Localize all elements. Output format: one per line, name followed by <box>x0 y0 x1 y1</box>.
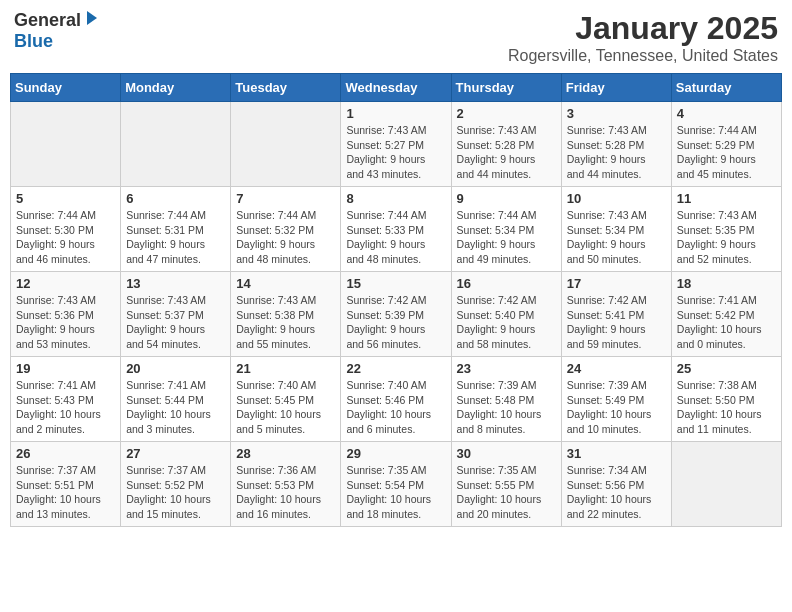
day-info: Sunrise: 7:44 AM Sunset: 5:31 PM Dayligh… <box>126 208 225 267</box>
calendar-cell: 16Sunrise: 7:42 AM Sunset: 5:40 PM Dayli… <box>451 272 561 357</box>
day-info: Sunrise: 7:35 AM Sunset: 5:55 PM Dayligh… <box>457 463 556 522</box>
day-number: 14 <box>236 276 335 291</box>
day-info: Sunrise: 7:43 AM Sunset: 5:36 PM Dayligh… <box>16 293 115 352</box>
day-number: 16 <box>457 276 556 291</box>
day-info: Sunrise: 7:40 AM Sunset: 5:45 PM Dayligh… <box>236 378 335 437</box>
calendar-cell: 8Sunrise: 7:44 AM Sunset: 5:33 PM Daylig… <box>341 187 451 272</box>
calendar-cell: 30Sunrise: 7:35 AM Sunset: 5:55 PM Dayli… <box>451 442 561 527</box>
day-number: 7 <box>236 191 335 206</box>
calendar-cell: 23Sunrise: 7:39 AM Sunset: 5:48 PM Dayli… <box>451 357 561 442</box>
day-info: Sunrise: 7:38 AM Sunset: 5:50 PM Dayligh… <box>677 378 776 437</box>
calendar-table: SundayMondayTuesdayWednesdayThursdayFrid… <box>10 73 782 527</box>
calendar-week-3: 19Sunrise: 7:41 AM Sunset: 5:43 PM Dayli… <box>11 357 782 442</box>
calendar-week-1: 5Sunrise: 7:44 AM Sunset: 5:30 PM Daylig… <box>11 187 782 272</box>
calendar-title: January 2025 <box>508 10 778 47</box>
calendar-cell: 12Sunrise: 7:43 AM Sunset: 5:36 PM Dayli… <box>11 272 121 357</box>
logo-blue-text: Blue <box>14 31 53 51</box>
logo-triangle-icon <box>83 11 99 31</box>
calendar-cell: 25Sunrise: 7:38 AM Sunset: 5:50 PM Dayli… <box>671 357 781 442</box>
calendar-subtitle: Rogersville, Tennessee, United States <box>508 47 778 65</box>
day-info: Sunrise: 7:41 AM Sunset: 5:43 PM Dayligh… <box>16 378 115 437</box>
day-info: Sunrise: 7:42 AM Sunset: 5:41 PM Dayligh… <box>567 293 666 352</box>
day-number: 17 <box>567 276 666 291</box>
day-info: Sunrise: 7:36 AM Sunset: 5:53 PM Dayligh… <box>236 463 335 522</box>
calendar-cell: 17Sunrise: 7:42 AM Sunset: 5:41 PM Dayli… <box>561 272 671 357</box>
weekday-header-row: SundayMondayTuesdayWednesdayThursdayFrid… <box>11 74 782 102</box>
day-info: Sunrise: 7:44 AM Sunset: 5:29 PM Dayligh… <box>677 123 776 182</box>
day-number: 19 <box>16 361 115 376</box>
day-number: 29 <box>346 446 445 461</box>
calendar-cell: 1Sunrise: 7:43 AM Sunset: 5:27 PM Daylig… <box>341 102 451 187</box>
weekday-header-saturday: Saturday <box>671 74 781 102</box>
day-number: 18 <box>677 276 776 291</box>
calendar-cell: 27Sunrise: 7:37 AM Sunset: 5:52 PM Dayli… <box>121 442 231 527</box>
day-number: 4 <box>677 106 776 121</box>
calendar-cell: 11Sunrise: 7:43 AM Sunset: 5:35 PM Dayli… <box>671 187 781 272</box>
day-info: Sunrise: 7:42 AM Sunset: 5:40 PM Dayligh… <box>457 293 556 352</box>
day-number: 20 <box>126 361 225 376</box>
calendar-cell: 29Sunrise: 7:35 AM Sunset: 5:54 PM Dayli… <box>341 442 451 527</box>
day-info: Sunrise: 7:43 AM Sunset: 5:35 PM Dayligh… <box>677 208 776 267</box>
calendar-cell <box>671 442 781 527</box>
day-info: Sunrise: 7:44 AM Sunset: 5:33 PM Dayligh… <box>346 208 445 267</box>
day-info: Sunrise: 7:44 AM Sunset: 5:34 PM Dayligh… <box>457 208 556 267</box>
day-info: Sunrise: 7:42 AM Sunset: 5:39 PM Dayligh… <box>346 293 445 352</box>
day-info: Sunrise: 7:43 AM Sunset: 5:28 PM Dayligh… <box>567 123 666 182</box>
weekday-header-thursday: Thursday <box>451 74 561 102</box>
day-number: 26 <box>16 446 115 461</box>
logo-general-text: General <box>14 10 81 31</box>
calendar-cell: 24Sunrise: 7:39 AM Sunset: 5:49 PM Dayli… <box>561 357 671 442</box>
day-info: Sunrise: 7:35 AM Sunset: 5:54 PM Dayligh… <box>346 463 445 522</box>
day-info: Sunrise: 7:39 AM Sunset: 5:48 PM Dayligh… <box>457 378 556 437</box>
calendar-week-4: 26Sunrise: 7:37 AM Sunset: 5:51 PM Dayli… <box>11 442 782 527</box>
day-number: 15 <box>346 276 445 291</box>
day-number: 3 <box>567 106 666 121</box>
title-area: January 2025 Rogersville, Tennessee, Uni… <box>508 10 778 65</box>
calendar-cell: 22Sunrise: 7:40 AM Sunset: 5:46 PM Dayli… <box>341 357 451 442</box>
day-number: 9 <box>457 191 556 206</box>
day-number: 2 <box>457 106 556 121</box>
calendar-week-0: 1Sunrise: 7:43 AM Sunset: 5:27 PM Daylig… <box>11 102 782 187</box>
day-number: 8 <box>346 191 445 206</box>
day-info: Sunrise: 7:43 AM Sunset: 5:27 PM Dayligh… <box>346 123 445 182</box>
calendar-week-2: 12Sunrise: 7:43 AM Sunset: 5:36 PM Dayli… <box>11 272 782 357</box>
calendar-cell: 20Sunrise: 7:41 AM Sunset: 5:44 PM Dayli… <box>121 357 231 442</box>
calendar-cell: 13Sunrise: 7:43 AM Sunset: 5:37 PM Dayli… <box>121 272 231 357</box>
calendar-cell: 9Sunrise: 7:44 AM Sunset: 5:34 PM Daylig… <box>451 187 561 272</box>
day-info: Sunrise: 7:34 AM Sunset: 5:56 PM Dayligh… <box>567 463 666 522</box>
calendar-cell: 19Sunrise: 7:41 AM Sunset: 5:43 PM Dayli… <box>11 357 121 442</box>
day-number: 12 <box>16 276 115 291</box>
day-number: 21 <box>236 361 335 376</box>
calendar-cell: 14Sunrise: 7:43 AM Sunset: 5:38 PM Dayli… <box>231 272 341 357</box>
weekday-header-tuesday: Tuesday <box>231 74 341 102</box>
day-info: Sunrise: 7:37 AM Sunset: 5:52 PM Dayligh… <box>126 463 225 522</box>
weekday-header-sunday: Sunday <box>11 74 121 102</box>
day-number: 22 <box>346 361 445 376</box>
day-number: 5 <box>16 191 115 206</box>
calendar-cell: 7Sunrise: 7:44 AM Sunset: 5:32 PM Daylig… <box>231 187 341 272</box>
calendar-cell: 26Sunrise: 7:37 AM Sunset: 5:51 PM Dayli… <box>11 442 121 527</box>
calendar-cell: 15Sunrise: 7:42 AM Sunset: 5:39 PM Dayli… <box>341 272 451 357</box>
calendar-cell <box>231 102 341 187</box>
calendar-cell: 18Sunrise: 7:41 AM Sunset: 5:42 PM Dayli… <box>671 272 781 357</box>
weekday-header-friday: Friday <box>561 74 671 102</box>
day-number: 24 <box>567 361 666 376</box>
day-info: Sunrise: 7:43 AM Sunset: 5:37 PM Dayligh… <box>126 293 225 352</box>
day-number: 30 <box>457 446 556 461</box>
calendar-cell: 5Sunrise: 7:44 AM Sunset: 5:30 PM Daylig… <box>11 187 121 272</box>
logo: General Blue <box>14 10 99 52</box>
calendar-cell: 6Sunrise: 7:44 AM Sunset: 5:31 PM Daylig… <box>121 187 231 272</box>
weekday-header-wednesday: Wednesday <box>341 74 451 102</box>
day-number: 25 <box>677 361 776 376</box>
day-number: 6 <box>126 191 225 206</box>
svg-marker-0 <box>87 11 97 25</box>
day-info: Sunrise: 7:41 AM Sunset: 5:42 PM Dayligh… <box>677 293 776 352</box>
calendar-cell: 31Sunrise: 7:34 AM Sunset: 5:56 PM Dayli… <box>561 442 671 527</box>
day-number: 31 <box>567 446 666 461</box>
day-info: Sunrise: 7:43 AM Sunset: 5:38 PM Dayligh… <box>236 293 335 352</box>
day-number: 10 <box>567 191 666 206</box>
day-info: Sunrise: 7:44 AM Sunset: 5:30 PM Dayligh… <box>16 208 115 267</box>
calendar-cell: 28Sunrise: 7:36 AM Sunset: 5:53 PM Dayli… <box>231 442 341 527</box>
day-number: 13 <box>126 276 225 291</box>
calendar-cell: 21Sunrise: 7:40 AM Sunset: 5:45 PM Dayli… <box>231 357 341 442</box>
